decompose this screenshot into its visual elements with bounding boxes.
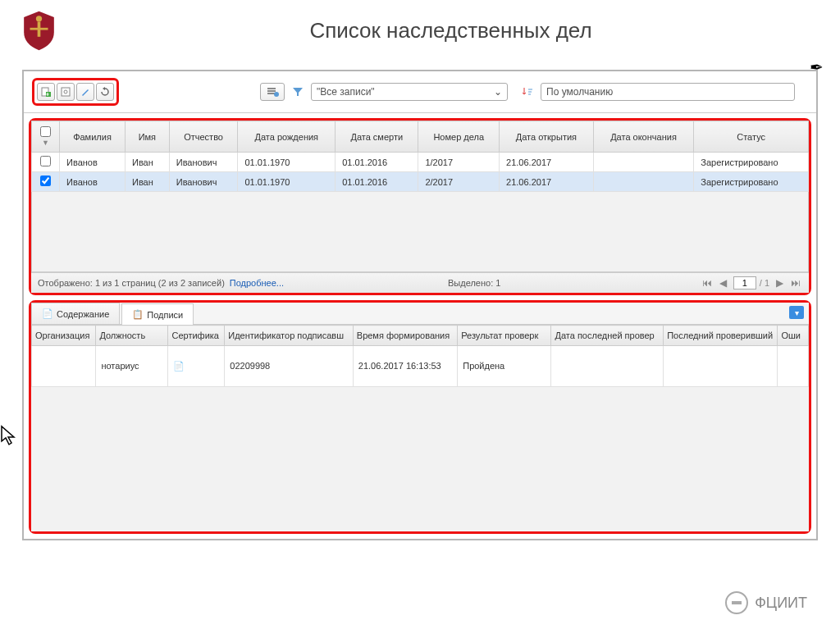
row-checkbox[interactable] [40,175,51,186]
chevron-down-icon: ⌄ [494,86,502,98]
select-all-checkbox[interactable] [40,126,51,137]
col-deathdate[interactable]: Дата смерти [336,121,418,153]
pen-icon: ✒ [810,57,824,77]
sig-col-org[interactable]: Организация [32,326,96,346]
sort-icon[interactable] [519,84,536,100]
filter-select-label: "Все записи" [317,86,375,98]
edit-button[interactable] [76,83,94,101]
col-lastname[interactable]: Фамилия [60,121,126,153]
col-opendate[interactable]: Дата открытия [500,121,594,153]
toolbar: "Все записи" ⌄ По умолчанию [24,71,816,113]
svg-point-0 [36,16,42,21]
status-selected: Выделено: 1 [448,278,500,288]
sig-col-checker[interactable]: Последний проверивший [664,326,778,346]
main-grid-panel: ▼ Фамилия Имя Отчество Дата рождения Дат… [29,118,811,295]
table-row[interactable]: Иванов Иван Иванович 01.01.1970 01.01.20… [32,172,809,192]
signature-icon: 📋 [132,309,144,320]
pager-prev-button[interactable]: ◀ [717,276,730,289]
sig-col-pos[interactable]: Должность [96,326,168,346]
tab-signatures[interactable]: 📋 Подписи [121,303,194,325]
app-logo [16,8,62,53]
tabs: 📄 Содержание 📋 Подписи ▾ [31,303,809,325]
refresh-button[interactable] [96,83,114,101]
svg-point-7 [274,92,279,97]
table-row[interactable]: Иванов Иван Иванович 01.01.1970 01.01.20… [32,153,809,172]
sig-col-id[interactable]: Идентификатор подписавш [225,326,354,346]
list-settings-button[interactable] [260,83,285,101]
cases-table: ▼ Фамилия Имя Отчество Дата рождения Дат… [31,121,809,192]
svg-rect-5 [62,88,70,96]
pager-last-button[interactable]: ⏭ [789,276,802,289]
sig-col-cert[interactable]: Сертифика [168,326,225,346]
col-status[interactable]: Статус [694,121,809,153]
document-icon: 📄 [42,308,53,319]
collapse-panel-button[interactable]: ▾ [789,306,804,319]
sort-select-label: По умолчанию [546,86,613,98]
sig-col-time[interactable]: Время формирования [353,326,457,346]
sort-select[interactable]: По умолчанию [541,83,795,101]
filter-select[interactable]: "Все записи" ⌄ [311,83,508,101]
add-button[interactable] [37,83,55,101]
statusbar: Отображено: 1 из 1 страниц (2 из 2 запис… [31,272,809,293]
cursor-icon [0,425,16,446]
col-patronymic[interactable]: Отчество [169,121,238,153]
tab-content[interactable]: 📄 Содержание [31,303,120,324]
col-birthdate[interactable]: Дата рождения [238,121,336,153]
sig-col-err[interactable]: Оши [778,326,809,346]
svg-rect-2 [30,28,48,30]
toolbar-action-group [32,78,119,106]
certificate-icon[interactable]: 📄 [173,361,185,371]
certificate-icon-cell: 📄 [168,346,225,387]
pager-first-button[interactable]: ⏮ [701,276,714,289]
page-title: Список наследственных дел [78,18,824,43]
sig-col-lastcheck[interactable]: Дата последней провер [551,326,664,346]
header-checkbox-col: ▼ [32,121,60,153]
detail-panel: 📄 Содержание 📋 Подписи ▾ Организация Дол… [29,300,811,534]
signatures-table: Организация Должность Сертифика Идентифи… [31,325,809,387]
signature-row[interactable]: нотариус 📄 02209998 21.06.2017 16:13:53 … [32,346,809,387]
sig-col-result[interactable]: Результат проверк [458,326,551,346]
status-more-link[interactable]: Подробнее... [230,278,284,288]
row-checkbox[interactable] [40,156,51,166]
col-closedate[interactable]: Дата окончания [593,121,694,153]
col-firstname[interactable]: Имя [125,121,169,153]
pager-page-of: / 1 [760,278,769,288]
status-shown: Отображено: 1 из 1 страниц (2 из 2 запис… [38,278,225,288]
filter-icon[interactable] [290,84,306,100]
view-button[interactable] [57,83,75,101]
col-casenumber[interactable]: Номер дела [418,121,500,153]
signatures-empty-area [31,387,809,531]
pager-page-input[interactable] [733,276,756,289]
grid-empty-area [31,192,809,272]
pager: ⏮ ◀ / 1 ▶ ⏭ [701,276,802,289]
pager-next-button[interactable]: ▶ [773,276,786,289]
